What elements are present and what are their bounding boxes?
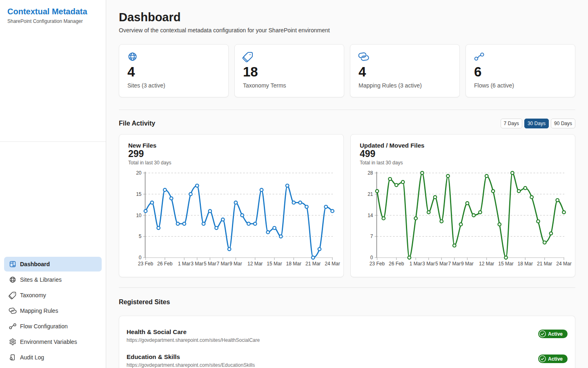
svg-text:21 Mar: 21 Mar bbox=[537, 261, 552, 267]
svg-text:7 Mar: 7 Mar bbox=[448, 261, 461, 267]
svg-text:26 Feb: 26 Feb bbox=[157, 261, 173, 267]
svg-text:3 Mar: 3 Mar bbox=[422, 261, 435, 267]
svg-text:9 Mar: 9 Mar bbox=[229, 261, 242, 267]
svg-text:5 Mar: 5 Mar bbox=[204, 261, 216, 267]
svg-text:1 Mar: 1 Mar bbox=[410, 261, 422, 267]
svg-text:15 Mar: 15 Mar bbox=[498, 261, 513, 267]
svg-text:15 Mar: 15 Mar bbox=[267, 261, 282, 267]
svg-text:9 Mar: 9 Mar bbox=[461, 261, 474, 267]
svg-text:10: 10 bbox=[136, 213, 142, 218]
svg-text:0: 0 bbox=[370, 255, 373, 260]
svg-text:12 Mar: 12 Mar bbox=[247, 261, 263, 267]
svg-text:7 Mar: 7 Mar bbox=[216, 261, 229, 267]
svg-text:23 Feb: 23 Feb bbox=[370, 261, 385, 267]
svg-text:28: 28 bbox=[368, 170, 373, 176]
svg-text:7: 7 bbox=[370, 233, 373, 239]
svg-text:18 Mar: 18 Mar bbox=[286, 261, 301, 267]
svg-text:23 Feb: 23 Feb bbox=[138, 261, 154, 267]
svg-text:12 Mar: 12 Mar bbox=[479, 261, 494, 267]
svg-text:26 Feb: 26 Feb bbox=[389, 261, 404, 267]
svg-text:20: 20 bbox=[136, 170, 142, 176]
svg-text:24 Mar: 24 Mar bbox=[325, 261, 340, 267]
svg-text:15: 15 bbox=[136, 191, 142, 197]
svg-text:5 Mar: 5 Mar bbox=[435, 261, 448, 267]
svg-text:24 Mar: 24 Mar bbox=[556, 261, 571, 267]
svg-text:5: 5 bbox=[139, 233, 142, 239]
svg-text:14: 14 bbox=[368, 213, 373, 218]
svg-text:1 Mar: 1 Mar bbox=[178, 261, 191, 267]
svg-text:21: 21 bbox=[368, 191, 373, 197]
svg-text:0: 0 bbox=[139, 255, 142, 260]
svg-text:18 Mar: 18 Mar bbox=[518, 261, 533, 267]
svg-text:3 Mar: 3 Mar bbox=[191, 261, 203, 267]
svg-text:21 Mar: 21 Mar bbox=[305, 261, 321, 267]
